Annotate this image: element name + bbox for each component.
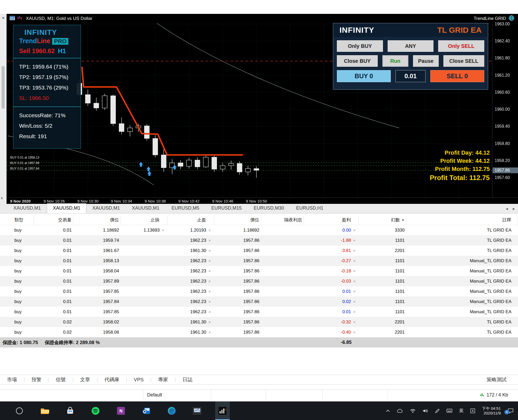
column-header-swap[interactable]: 隔夜利息 [261,215,304,225]
chart-tab-eurusd-m5[interactable]: EURUSD,M5 [165,203,205,213]
close-position-icon[interactable]: × [352,228,357,232]
only-buy-button[interactable]: Only BUY [337,40,383,52]
close-position-icon[interactable]: × [352,310,357,314]
action-center-icon[interactable]: 4 [508,408,514,414]
close-position-icon[interactable]: × [207,228,213,232]
close-position-icon[interactable]: × [207,279,213,283]
toolbox-tab-experts[interactable]: 專家 [151,376,175,383]
column-header-type[interactable]: 類型 [0,215,34,225]
position-row[interactable]: buy0.011957.851962.23×1957.860.01×1101Ma… [0,307,518,317]
close-position-icon[interactable]: × [207,310,213,314]
position-row[interactable]: buy0.011958.131962.23×1957.86-0.27×1101M… [0,256,518,266]
wifi-icon[interactable] [410,409,416,413]
column-header-sl[interactable]: 止損 [121,215,168,225]
time-axis[interactable]: 9 Nov 20209 Nov 10:269 Nov 10:309 Nov 10… [7,198,518,204]
trading-app-icon[interactable]: IC [215,401,230,420]
chart-tab-xauusd-m1-4[interactable]: XAUUSD,M1 [126,203,165,213]
toolbox-tab-codebase[interactable]: 代碼庫 [97,376,126,383]
onedrive-cloud-icon[interactable] [397,409,403,413]
close-position-icon[interactable]: × [352,320,357,324]
column-header-comment[interactable]: 註釋 [406,215,518,225]
toolbox-tab-market[interactable]: 市場 [0,376,24,383]
position-row[interactable]: buy0.011961.671961.30×1957.86-3.81×2201T… [0,245,518,256]
connection-status[interactable]: 172 / 4 Kb [480,392,518,398]
column-header-volume[interactable]: 交易量 [34,215,73,225]
close-position-icon[interactable]: × [352,299,357,304]
close-position-icon[interactable]: × [352,259,357,263]
column-header-price2[interactable]: 價位 [214,215,261,225]
sell-count-button[interactable]: SELL 0 [430,70,484,82]
chart-tab-eurusd-m15[interactable]: EURUSD,M15 [205,203,248,213]
position-row[interactable]: buy0.021958.061961.30×1957.86-0.40×2201T… [0,327,518,337]
close-position-icon[interactable]: × [352,248,357,253]
file-explorer-icon[interactable] [37,401,52,420]
position-row[interactable]: buy0.011.186921.13693×1.20193×1.186920.0… [0,225,518,235]
position-row[interactable]: buy0.011957.851962.23×1957.860.01×1101Ma… [0,286,518,296]
scroll-left-icon[interactable]: ‹ [1,195,3,201]
close-position-icon[interactable]: × [207,299,213,304]
onenote-icon[interactable]: N [114,401,128,420]
close-position-icon[interactable]: × [207,269,213,273]
position-row[interactable]: buy0.021958.021961.30×1957.86-0.32×2201T… [0,317,518,327]
close-position-icon[interactable]: × [207,238,213,243]
touch-keyboard-icon[interactable] [447,409,452,413]
close-buy-button[interactable]: Close BUY [337,55,378,67]
monitor-app-icon[interactable] [190,401,204,420]
lot-size-field[interactable]: 0.01 [396,70,426,82]
price-axis[interactable]: 1963.001962.401961.801961.201960.601960.… [492,23,518,198]
pen-icon[interactable] [435,408,440,413]
close-position-icon[interactable]: × [207,248,213,253]
buy-count-button[interactable]: BUY 0 [337,70,391,82]
close-position-icon[interactable]: × [207,330,213,334]
scrollbar-thumb[interactable] [2,66,5,109]
toolbox-tab-vps[interactable]: VPS [127,377,151,383]
column-header-profit[interactable]: 盈利 [304,215,359,225]
chart-tab-xauusd-m1-1[interactable]: XAUUSD,M1 [7,203,47,213]
chart-tab-xauusd-m1-2[interactable]: XAUUSD,M1 [47,203,86,213]
close-position-icon[interactable]: × [207,259,213,263]
spotify-icon[interactable] [88,401,103,420]
close-position-icon[interactable]: × [352,269,357,273]
outlook-icon[interactable] [139,401,154,420]
position-row[interactable]: buy0.011957.891962.23×1957.86-0.03×1101M… [0,276,518,286]
search-icon[interactable] [12,401,27,420]
cell-sl [121,235,168,245]
close-position-icon[interactable]: × [207,320,213,324]
toolbox-tab-journal[interactable]: 日誌 [175,376,199,383]
edge-icon[interactable] [164,401,179,420]
chart-tab-eurusd-m30[interactable]: EURUSD,M30 [248,203,290,213]
ime-mode-icon[interactable]: A [470,408,475,413]
close-icon[interactable]: × [0,14,7,21]
column-header-tp[interactable]: 止盈 [168,215,214,225]
profile-selector[interactable]: Default [143,390,211,400]
chart-tab-eurusd-h1[interactable]: EURUSD,H1 [290,203,329,213]
any-button[interactable]: ANY [388,40,434,52]
position-row[interactable]: buy0.011957.841962.23×1957.860.02×1101Ma… [0,296,518,307]
only-sell-button[interactable]: Only SELL [438,40,484,52]
close-position-icon[interactable]: × [352,330,357,334]
pause-button[interactable]: Pause [413,55,439,67]
tray-expand-icon[interactable] [386,410,390,412]
close-position-icon[interactable]: × [352,238,357,243]
run-button[interactable]: Run [382,55,408,67]
column-header-price[interactable]: 價位 [73,215,121,225]
chart-tab-xauusd-m1-3[interactable]: XAUUSD,M1 [86,203,126,213]
close-sell-button[interactable]: Close SELL [443,55,484,67]
position-row[interactable]: buy0.011958.041962.23×1957.86-0.18×1101M… [0,266,518,276]
toolbox-tab-signals[interactable]: 信號 [49,376,73,383]
close-position-icon[interactable]: × [160,228,166,232]
column-header-magic[interactable]: 幻數▼ [359,215,406,225]
language-indicator[interactable]: 英 [459,408,464,414]
close-position-icon[interactable]: × [207,289,213,294]
close-position-icon[interactable]: × [352,289,357,294]
clock[interactable]: 下午 04:51 2020/11/9 [482,406,501,416]
tab-scroll-right-icon[interactable]: ▸ [513,206,515,211]
strategy-tester-tab[interactable]: 策略測試 [487,376,518,383]
tab-scroll-left-icon[interactable]: ◂ [506,206,508,211]
volume-icon[interactable] [422,409,428,413]
toolbox-tab-articles[interactable]: 文章 [73,376,97,383]
toolbox-tab-alerts[interactable]: 預警 [24,376,48,383]
position-row[interactable]: buy0.011959.741962.23×1957.86-1.88×1101T… [0,235,518,245]
close-position-icon[interactable]: × [352,279,357,283]
store-icon[interactable] [63,401,77,420]
